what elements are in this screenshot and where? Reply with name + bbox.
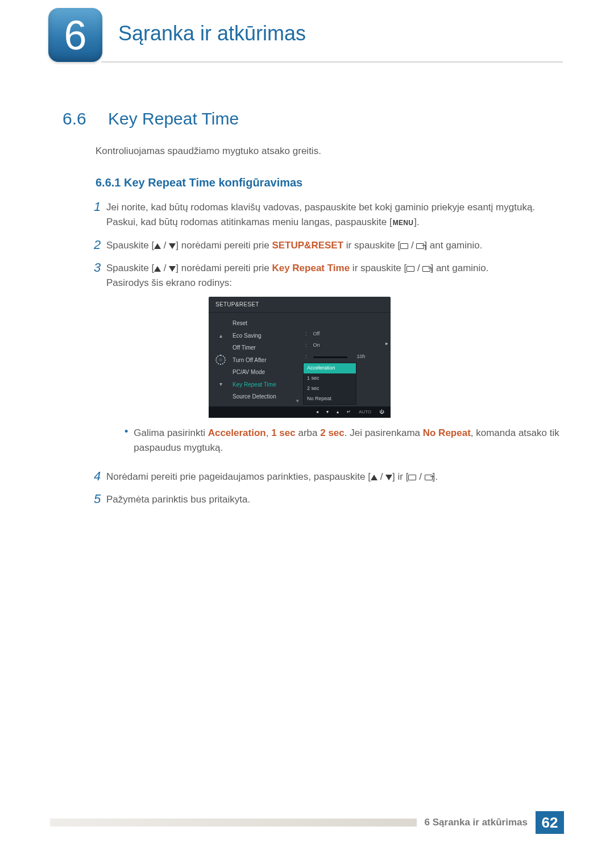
step-text: ]. (414, 217, 419, 227)
step-2: 2 Spauskite [ / ] norėdami pereiti prie … (88, 238, 563, 253)
chapter-badge: 6 (48, 8, 102, 62)
osd-popup-option: 1 sec (304, 373, 356, 384)
enter-icon (422, 266, 430, 272)
step-text: Jei norite, kad būtų rodomas klavišų vad… (106, 202, 535, 213)
osd-slider-label: 10h (357, 353, 366, 361)
step-body: Spauskite [ / ] norėdami pereiti prie SE… (106, 238, 482, 253)
osd-value-text: On (313, 342, 320, 350)
bullet-text: arba (296, 427, 320, 438)
step-text: Spauskite [ (106, 263, 154, 273)
step-5: 5 Pažymėta parinktis bus pritaikyta. (88, 492, 563, 507)
arrow-up-icon (371, 475, 377, 480)
chevron-down-icon: ▾ (219, 380, 222, 389)
arrow-up-icon (154, 243, 161, 249)
step-number: 5 (88, 492, 106, 506)
enter-icon (425, 475, 433, 480)
osd-slider (313, 356, 347, 358)
step-text: Spauskite [ (106, 240, 154, 251)
section-intro: Kontroliuojamas spaudžiamo mygtuko atsak… (96, 146, 321, 157)
footer-bar (50, 819, 417, 827)
step-target: Key Repeat Time (272, 263, 350, 273)
section-title: Key Repeat Time (108, 109, 239, 128)
osd-item-pcav: PC/AV Mode (233, 366, 301, 379)
bullet-dot-icon: • (125, 426, 128, 456)
osd-side-caret-icon: ▸ (385, 340, 388, 348)
bullet-option: No Repeat (423, 427, 471, 438)
step-number: 3 (88, 261, 106, 275)
osd-title: SETUP&RESET (209, 297, 391, 313)
bullet-option: 1 sec (271, 427, 296, 438)
step-text: ] ant gaminio. (424, 240, 482, 251)
osd-footer-icon: ▴ (337, 409, 339, 416)
arrow-down-icon (385, 475, 392, 480)
source-icon (408, 475, 416, 480)
bullet-option: Acceleration (208, 427, 266, 438)
chapter-title: Sąranka ir atkūrimas (118, 22, 306, 45)
step-3: 3 Spauskite [ / ] norėdami pereiti prie … (88, 261, 563, 462)
arrow-down-icon (169, 266, 176, 272)
chevron-up-icon: ▴ (219, 331, 222, 340)
osd-item-reset: Reset (233, 317, 301, 330)
osd-footer-auto: AUTO (359, 409, 371, 416)
step-text: ir spauskite [ (350, 263, 406, 273)
osd-popup: Acceleration 1 sec 2 sec No Repeat (303, 363, 356, 405)
osd-left-column: ▴ ▾ (213, 317, 228, 403)
arrow-up-icon (154, 266, 161, 272)
step-text: Pasirodys šis ekrano rodinys: (106, 277, 232, 288)
bullet-note: • Galima pasirinkti Acceleration, 1 sec … (125, 426, 563, 456)
osd-item-krt: Key Repeat Time (233, 379, 301, 391)
osd-screenshot: SETUP&RESET ▴ ▾ Reset Eco Saving Off Tim… (209, 297, 391, 418)
step-number: 1 (88, 200, 106, 214)
osd-body: ▴ ▾ Reset Eco Saving Off Timer Turn Off … (209, 313, 391, 406)
osd-menu: Reset Eco Saving Off Timer Turn Off Afte… (233, 317, 301, 403)
step-1: 1 Jei norite, kad būtų rodomas klavišų v… (88, 200, 563, 230)
header-rule (101, 61, 563, 63)
step-number: 4 (88, 470, 106, 483)
step-text: Norėdami pereiti prie pageidaujamos pari… (106, 471, 371, 482)
step-body: Spauskite [ / ] norėdami pereiti prie Ke… (106, 261, 563, 462)
osd-popup-selected: Acceleration (304, 363, 356, 373)
osd-item-offtimer: Off Timer (233, 342, 301, 354)
osd-val-slider: : 10h (305, 351, 386, 363)
osd-footer-icon: ⏻ (379, 409, 384, 416)
step-body: Pažymėta parinktis bus pritaikyta. (106, 492, 250, 507)
osd-item-eco: Eco Saving (233, 330, 301, 342)
osd-val-eco: : Off (305, 329, 386, 340)
chapter-number: 6 (64, 12, 86, 59)
source-icon (406, 266, 414, 272)
step-text: ] ant gaminio. (430, 263, 488, 273)
arrow-down-icon (169, 243, 176, 249)
osd-footer-icon: ↵ (347, 409, 351, 416)
osd-value-text: Off (313, 330, 320, 338)
step-4: 4 Norėdami pereiti prie pageidaujamos pa… (88, 470, 563, 484)
step-body: Jei norite, kad būtų rodomas klavišų vad… (106, 200, 535, 230)
osd-chevron-down-icon: ▾ (296, 397, 299, 405)
osd-item-src: Source Detection (233, 391, 301, 403)
step-text: Paskui, kad būtų rodomas atitinkamas men… (106, 217, 392, 227)
bullet-text: , (266, 427, 271, 438)
osd-popup-option: 2 sec (304, 384, 356, 394)
osd-footer-icon: ▾ (326, 409, 329, 416)
osd-values: : Off : On : 10h Acceleration 1 sec 2 se… (305, 317, 386, 403)
step-text: ] norėdami pereiti prie (176, 240, 272, 251)
page-number: 62 (536, 811, 564, 834)
section-number: 6.6 (63, 109, 86, 128)
step-number: 2 (88, 238, 106, 252)
bullet-text: . Jei pasirenkama (345, 427, 423, 438)
step-body: Norėdami pereiti prie pageidaujamos pari… (106, 470, 438, 484)
enter-icon (416, 243, 424, 249)
step-text: ir spauskite [ (343, 240, 400, 251)
osd-item-turnoff: Turn Off After (233, 354, 301, 367)
footer-label: 6 Sąranka ir atkūrimas (425, 817, 528, 828)
menu-icon: MENU (392, 218, 414, 229)
page: 6 Sąranka ir atkūrimas 6.6 Key Repeat Ti… (0, 0, 614, 868)
page-footer: 6 Sąranka ir atkūrimas 62 (50, 811, 564, 834)
osd-footer-icon: ◂ (316, 409, 318, 416)
step-text: ] ir [ (392, 471, 408, 482)
source-icon (400, 243, 408, 249)
gear-icon (215, 355, 226, 365)
subsection-title: 6.6.1 Key Repeat Time konfigūravimas (96, 176, 302, 189)
step-text: Pažymėta parinktis bus pritaikyta. (106, 494, 250, 505)
osd-footer: ◂ ▾ ▴ ↵ AUTO ⏻ (209, 406, 391, 418)
osd-popup-option: No Repeat (304, 394, 356, 404)
